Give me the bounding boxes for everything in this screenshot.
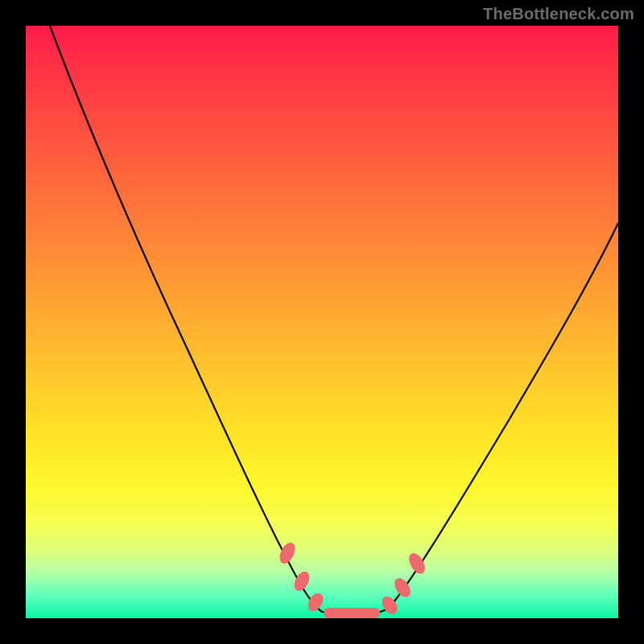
marker [324,608,380,618]
chart-svg [26,26,618,618]
watermark-text: TheBottleneck.com [483,5,634,23]
chart-frame: TheBottleneck.com [0,0,644,644]
right-curve [390,223,618,607]
marker-group [277,540,428,618]
plot-area [26,26,618,618]
left-curve [50,26,322,612]
marker [305,591,326,614]
marker [406,551,428,576]
